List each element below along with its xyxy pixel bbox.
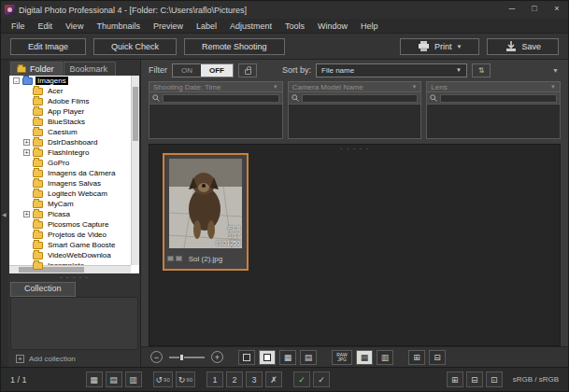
- save-button[interactable]: Save: [487, 38, 559, 55]
- zoom-in-button[interactable]: +: [211, 351, 223, 363]
- tree-item[interactable]: Smart Game Booste: [9, 240, 139, 250]
- minimize-button[interactable]: ─: [501, 1, 523, 16]
- multi-layout-button[interactable]: ▥: [377, 350, 393, 365]
- tree-item[interactable]: Picosmos Capture: [9, 219, 139, 230]
- rotate-right-button[interactable]: ↻ 90: [176, 371, 195, 387]
- tree-item[interactable]: MyCam: [9, 199, 139, 209]
- view-mode-list-button[interactable]: ▤: [300, 350, 317, 365]
- tree-item[interactable]: Imagens da Câmera: [9, 168, 139, 178]
- filter-panel-header[interactable]: Lens ▼: [426, 81, 561, 92]
- menu-item[interactable]: Adjustment: [223, 21, 278, 31]
- menu-item[interactable]: Preview: [147, 21, 190, 31]
- collapse-left-icon[interactable]: ◀: [2, 210, 7, 217]
- print-dropdown-caret[interactable]: ▼: [457, 44, 462, 49]
- view-mode-small-button[interactable]: ▦: [279, 350, 296, 365]
- tree-item[interactable]: + DslrDashboard: [9, 137, 139, 147]
- filter-panel-header[interactable]: Shooting Date: Time ▼: [149, 81, 283, 92]
- scrollbar-thumb[interactable]: [133, 87, 138, 141]
- view-mode-large-button[interactable]: [238, 350, 255, 365]
- tab-bookmark[interactable]: Bookmark: [64, 62, 117, 76]
- filter-value-list[interactable]: [149, 105, 283, 139]
- thumb-size-medium-button[interactable]: ▤: [106, 371, 122, 387]
- menu-item[interactable]: Thumbnails: [90, 21, 147, 31]
- menu-item[interactable]: File: [5, 21, 32, 31]
- menu-item[interactable]: View: [59, 21, 90, 31]
- scrollbar-thumb[interactable]: [19, 267, 84, 273]
- tree-item[interactable]: + Picasa: [9, 209, 139, 219]
- menu-item[interactable]: Tools: [278, 21, 311, 31]
- sidebar-splitter[interactable]: · · · · ·: [8, 273, 140, 282]
- tree-item[interactable]: Adobe Films: [9, 96, 139, 106]
- thumbnail-grid[interactable]: · · · · ·: [149, 144, 561, 346]
- tree-item[interactable]: + FlashIntegro: [9, 147, 139, 158]
- zoom-out-button[interactable]: −: [150, 351, 163, 363]
- tree-item[interactable]: Caesium: [9, 127, 139, 137]
- expander-icon[interactable]: -: [13, 77, 20, 84]
- tree-item[interactable]: VideoWebDownloa: [9, 250, 139, 260]
- expander-icon[interactable]: +: [23, 149, 30, 156]
- thumb-size-list-button[interactable]: ▥: [125, 371, 142, 387]
- tree-item[interactable]: Acer: [9, 86, 139, 96]
- tree-item[interactable]: GoPro: [9, 158, 139, 168]
- quick-check-button[interactable]: Quick Check: [93, 38, 177, 55]
- titlebar[interactable]: Digital Photo Professional 4 - [Folder: …: [1, 1, 568, 19]
- slider-handle[interactable]: [179, 354, 184, 361]
- view-mode-medium-button[interactable]: [259, 350, 276, 365]
- filter-search-input[interactable]: [302, 94, 419, 103]
- maximize-button[interactable]: □: [523, 1, 546, 16]
- filter-search-input[interactable]: [163, 94, 279, 103]
- sort-order-button[interactable]: ⇅: [472, 63, 491, 77]
- split-layout-button[interactable]: ⊟: [429, 350, 446, 365]
- reject-button[interactable]: ✗: [265, 371, 282, 387]
- tree-item[interactable]: App Player: [9, 106, 139, 117]
- thumb-size-large-button[interactable]: ▦: [86, 371, 103, 387]
- expander-icon[interactable]: +: [23, 211, 30, 217]
- edit-image-button[interactable]: Edit Image: [10, 38, 86, 55]
- filter-value-list[interactable]: [288, 105, 422, 139]
- folder-icon: [33, 231, 43, 239]
- check-mark-button[interactable]: 1: [206, 371, 223, 387]
- tree-item[interactable]: Logitech Webcam: [9, 189, 139, 199]
- menu-item[interactable]: Label: [190, 21, 223, 31]
- grid-view-button[interactable]: ▦: [356, 350, 373, 365]
- thumbnail-item[interactable]: F1.8 1/17 ISO1250 Sol (2).jpg: [163, 153, 249, 271]
- filter-panel-header[interactable]: Camera Model Name ▼: [288, 81, 422, 92]
- tree-vertical-scrollbar[interactable]: [131, 76, 139, 265]
- check-mark-button[interactable]: 3: [246, 371, 263, 387]
- tree-item[interactable]: Imagens Salvas: [9, 178, 139, 189]
- filter-search-input[interactable]: [440, 94, 557, 103]
- tree-item[interactable]: Projetos de Video: [9, 230, 139, 240]
- tree-item[interactable]: - Imagens: [9, 76, 139, 86]
- compare-layout-button[interactable]: ⊞: [408, 350, 425, 365]
- approve-button[interactable]: ✓: [293, 371, 310, 387]
- filter-lock-button[interactable]: [238, 63, 257, 77]
- raw-jpg-filter-button[interactable]: RAW JPG: [332, 350, 352, 365]
- expander-icon[interactable]: +: [23, 139, 30, 146]
- close-button[interactable]: ×: [546, 1, 568, 16]
- thumbnail-caption: Sol (2).jpg: [164, 248, 247, 269]
- info-panel-button[interactable]: ⊡: [486, 371, 503, 387]
- thumbnail-size-slider[interactable]: [169, 357, 205, 358]
- menu-item[interactable]: Edit: [32, 21, 60, 31]
- tool-palette-button[interactable]: ⊞: [447, 371, 463, 387]
- panel-splitter[interactable]: · · · · ·: [340, 145, 369, 153]
- rotate-left-button[interactable]: ↺ 90: [153, 371, 173, 387]
- sort-select[interactable]: File name ▼: [316, 63, 467, 77]
- tree-item[interactable]: BlueStacks: [9, 117, 139, 127]
- tab-folder[interactable]: Folder: [10, 62, 63, 76]
- menu-item[interactable]: Help: [354, 21, 385, 31]
- left-panel-collapse-strip[interactable]: ◀: [1, 60, 8, 367]
- filter-on-button[interactable]: ON: [173, 64, 201, 77]
- print-button[interactable]: Print ▼: [400, 38, 479, 55]
- tree-horizontal-scrollbar[interactable]: [9, 265, 131, 273]
- add-collection-button[interactable]: + Add collection: [8, 350, 140, 367]
- uncheck-button[interactable]: ✓: [313, 371, 330, 387]
- check-mark-button[interactable]: 2: [226, 371, 243, 387]
- filter-options-caret[interactable]: ▼: [552, 67, 561, 74]
- tab-collection[interactable]: Collection: [10, 282, 76, 297]
- preview-panel-button[interactable]: ⊟: [466, 371, 483, 387]
- filter-value-list[interactable]: [426, 105, 561, 139]
- remote-shooting-button[interactable]: Remote Shooting: [184, 38, 285, 55]
- filter-off-button[interactable]: OFF: [201, 64, 233, 77]
- menu-item[interactable]: Window: [311, 21, 354, 31]
